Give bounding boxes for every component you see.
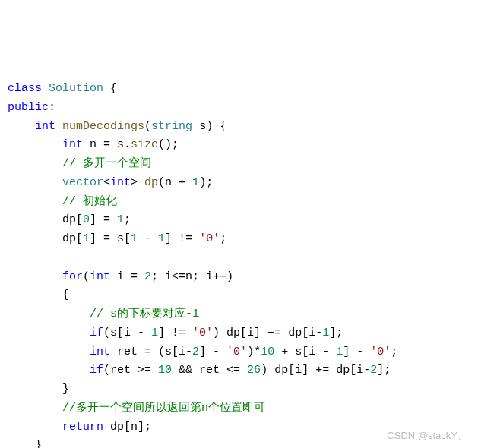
num-1h: 1: [336, 345, 343, 358]
num-1e: 1: [158, 232, 165, 245]
num-1c: 1: [83, 232, 90, 245]
str-0d: '0': [370, 345, 391, 358]
comment-4: //多开一个空间所以返回第n个位置即可: [62, 402, 265, 415]
num-10b: 10: [158, 364, 172, 377]
num-1b: 1: [117, 213, 124, 226]
num-0: 0: [83, 213, 90, 226]
var-dp: dp: [144, 176, 158, 189]
comment-3: // s的下标要对应-1: [90, 308, 199, 320]
num-26: 26: [247, 364, 261, 377]
str-0c: '0': [226, 345, 247, 358]
watermark: CSDN @stackY、: [387, 427, 467, 443]
keyword-int: int: [35, 120, 55, 133]
keyword-int2: int: [62, 138, 83, 151]
code-block: class Solution { public: int numDecoding…: [8, 80, 470, 448]
keyword-public: public: [8, 101, 49, 114]
comment-1: // 多开一个空间: [62, 157, 151, 170]
str-0a: '0': [199, 232, 220, 245]
num-1g: 1: [322, 327, 329, 339]
keyword-class: class: [8, 82, 42, 95]
type-vector: vector: [62, 176, 103, 189]
keyword-if2: if: [90, 364, 103, 377]
comment-2: // 初始化: [62, 195, 117, 208]
num-1a: 1: [192, 176, 199, 189]
keyword-int4: int: [90, 270, 110, 283]
num-2c: 2: [370, 364, 377, 377]
keyword-int3: int: [110, 176, 131, 189]
keyword-if: if: [90, 327, 103, 339]
func-size: size: [131, 138, 158, 151]
keyword-return: return: [62, 421, 103, 434]
num-2b: 2: [192, 345, 199, 358]
num-1d: 1: [131, 232, 138, 245]
func-numDecodings: numDecodings: [62, 120, 144, 133]
param-s: s: [199, 120, 206, 133]
type-string: string: [151, 120, 192, 133]
num-2: 2: [144, 270, 151, 283]
num-1f: 1: [151, 327, 158, 339]
keyword-int5: int: [90, 345, 110, 358]
keyword-for: for: [62, 270, 83, 283]
type-Solution: Solution: [49, 82, 103, 95]
num-10: 10: [261, 345, 274, 358]
str-0b: '0': [192, 327, 213, 339]
